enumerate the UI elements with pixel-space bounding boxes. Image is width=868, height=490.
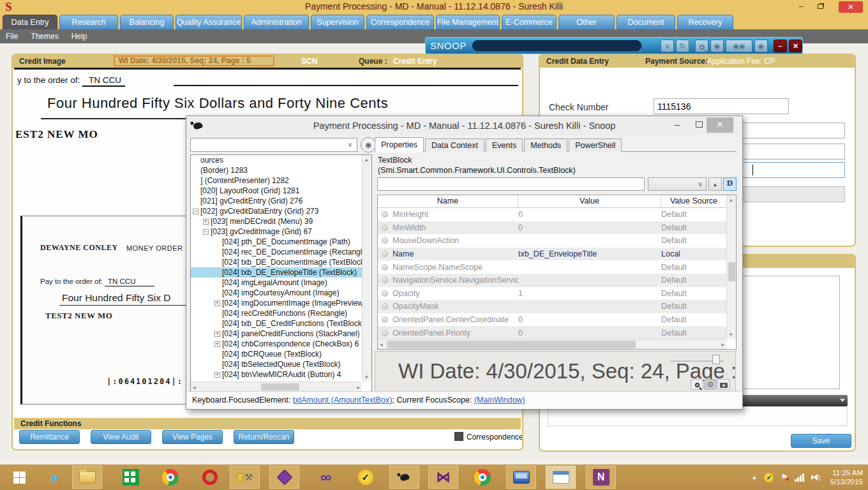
correspondence-checkbox[interactable] — [454, 432, 463, 441]
refresh-icon[interactable]: ↻ — [676, 40, 689, 52]
preview-camera-icon[interactable] — [717, 379, 730, 390]
binoculars-icon[interactable]: ◉◉ — [726, 40, 752, 52]
tab-events[interactable]: Events — [486, 138, 523, 152]
taskbar-norton[interactable]: ✓ — [350, 466, 380, 489]
expand-icon[interactable]: + — [214, 372, 220, 378]
tab-correspondence[interactable]: Correspondence — [366, 15, 434, 29]
collapse-icon[interactable]: − — [193, 209, 198, 214]
scroll-down-icon[interactable]: ▾ — [730, 331, 733, 338]
tree-node[interactable]: [024] tbSelectedQueue (TextBlock) — [191, 359, 362, 369]
tree-node[interactable]: −[023] gvCreditImage (Grid) 67 — [191, 226, 362, 237]
taskbar-opera[interactable] — [195, 466, 225, 489]
scrollbar-thumb[interactable] — [387, 341, 636, 348]
tree-node[interactable]: +[023] menDECredit (Menu) 39 — [191, 216, 362, 226]
action-center-flag-icon[interactable]: ⚑ — [781, 473, 788, 482]
tab-methods[interactable]: Methods — [524, 138, 567, 152]
column-name[interactable]: Name — [378, 195, 518, 207]
taskbar-clock[interactable]: 11:25 AM 5/13/2015 — [830, 468, 863, 486]
tab-administration[interactable]: Administration — [244, 15, 309, 29]
tree-node-selected[interactable]: [024] txb_DE_EnvelopeTitle (TextBlock) — [191, 267, 362, 278]
crosshair2-icon[interactable]: ◉ — [754, 40, 768, 52]
network-icon[interactable] — [795, 473, 804, 482]
taskbar-windows-store[interactable] — [116, 466, 146, 489]
check-number-input[interactable] — [654, 98, 789, 114]
snoop-window-titlebar[interactable]: Payment Processing - MD - Manual - 11.12… — [186, 116, 742, 135]
tree-node[interactable]: [021] gvCreditEntry (Grid) 276 — [191, 196, 362, 206]
tree-vertical-scrollbar[interactable]: ▴ ▾ — [362, 155, 371, 382]
snoop-minimize-icon[interactable]: – — [774, 40, 787, 52]
chevron-down-icon[interactable]: ∨ — [348, 141, 352, 148]
preview-power-icon[interactable]: ⊙ — [704, 379, 717, 390]
property-row[interactable]: MinHeight0Default — [378, 208, 726, 221]
snoop-app-chooser[interactable] — [472, 40, 641, 51]
tree-node[interactable]: [024] imgLegalAmount (Image) — [191, 278, 362, 288]
property-row[interactable]: NavigationService.NavigationServicDefaul… — [378, 274, 726, 287]
tree-node[interactable]: [024] pth_DE_DocumentImage (Path) — [191, 237, 362, 247]
focused-element-link[interactable]: txtAmount (AmountTextBox) — [293, 396, 393, 405]
taskbar-snoop[interactable] — [389, 466, 419, 489]
tab-balancing[interactable]: Balancing — [120, 15, 174, 29]
taskbar-sql-tools[interactable]: ⚒ — [230, 466, 260, 489]
scrollbar-thumb[interactable] — [728, 262, 735, 281]
minimize-icon[interactable]: – — [670, 119, 685, 131]
tab-quality-assurance[interactable]: Quality Assurance — [176, 15, 242, 29]
taskbar-collaboration-app[interactable] — [269, 466, 299, 489]
restore-icon[interactable] — [812, 1, 828, 13]
tree-node[interactable]: +[024] panelCreditFunctions (StackPanel)… — [191, 329, 362, 339]
tree-node[interactable]: [024] rec_DE_DocumentImage (Rectangle) — [191, 247, 362, 257]
property-row[interactable]: OrientedPanel.CenterCoordinate0Default — [378, 313, 726, 327]
tree-node[interactable]: [020] LayoutRoot (Grid) 1281 — [191, 186, 362, 196]
volume-icon[interactable]: ) — [811, 474, 820, 481]
tree-node[interactable]: [024] recCreditFunctions (Rectangle) — [191, 308, 362, 318]
tree-node[interactable]: −[022] gvCreditDataEntry (Grid) 273 — [191, 206, 362, 216]
column-value-source[interactable]: Value Source — [661, 195, 726, 207]
tree-node[interactable]: +[024] imgDocumentImage (ImagePreview) — [191, 298, 362, 308]
scrollbar-thumb[interactable] — [261, 383, 299, 390]
tab-powershell[interactable]: PowerShell — [569, 138, 622, 152]
return-rescan-button[interactable]: Return/Rescan — [234, 430, 294, 444]
close-icon[interactable]: ✕ — [707, 117, 733, 133]
expand-icon[interactable]: + — [214, 341, 220, 347]
taskbar-onenote[interactable]: N — [586, 466, 616, 489]
up-level-icon[interactable]: ▴ — [708, 177, 722, 191]
tree-node[interactable]: ources — [191, 155, 362, 165]
taskbar-active-window[interactable] — [546, 466, 576, 489]
property-row[interactable]: OpacityMaskDefault — [378, 300, 726, 313]
menu-help[interactable]: Help — [71, 32, 87, 41]
tab-properties[interactable]: Properties — [375, 137, 424, 152]
filter-preset-dropdown[interactable]: ∨ — [648, 177, 707, 191]
tree-node[interactable]: +[024] chbCorrespondence (CheckBox) 6 — [191, 339, 362, 349]
tab-research[interactable]: Research — [59, 15, 118, 29]
preview-zoom-thumb[interactable] — [712, 355, 720, 364]
save-button[interactable]: Save — [791, 434, 851, 448]
preview-magnifier-icon[interactable] — [691, 379, 703, 390]
scroll-right-icon[interactable]: ▸ — [357, 384, 360, 390]
taskbar-visual-studio-2010[interactable]: ∞ — [311, 466, 341, 489]
properties-filter-input[interactable] — [377, 177, 645, 191]
chevron-down-icon[interactable]: ∨ — [661, 40, 674, 52]
tab-document[interactable]: Document — [617, 15, 675, 29]
show-hidden-icons[interactable]: ▲ — [751, 474, 757, 480]
tree-node[interactable]: (Border) 1283 — [191, 165, 362, 175]
restore-icon[interactable] — [696, 121, 703, 128]
scroll-down-icon[interactable]: ▾ — [365, 374, 368, 380]
property-row[interactable]: NameScope.NameScopeDefault — [378, 260, 726, 274]
taskbar-chrome-2[interactable] — [467, 466, 497, 489]
tree-node[interactable]: [024] txb_DE_DocumentImage (TextBlock) — [191, 257, 362, 267]
check-image-bottom[interactable]: DEWAYNE CONLEY MONEY ORDER Pay to the or… — [20, 216, 193, 405]
expand-icon[interactable]: + — [214, 331, 220, 337]
taskbar-visual-studio[interactable]: ⋈ — [428, 466, 458, 489]
scroll-up-icon[interactable]: ▴ — [730, 197, 733, 203]
property-row[interactable]: Opacity1Default — [378, 287, 726, 301]
tree-node[interactable]: +[024] btnViewMICRAudit (Button) 4 — [191, 369, 362, 380]
tree-node[interactable]: [024] tbCRQueue (TextBlock) — [191, 349, 362, 359]
tab-recovery[interactable]: Recovery — [677, 15, 733, 29]
taskbar-internet-explorer[interactable]: e — [40, 466, 70, 489]
scroll-left-icon[interactable]: ◂ — [380, 341, 383, 348]
tree-node[interactable]: [024] txb_DE_CreditFunctions (TextBlock) — [191, 318, 362, 329]
property-row-name[interactable]: Nametxb_DE_EnvelopeTitleLocal — [378, 248, 726, 261]
tree-node[interactable]: [024] imgCourtesyAmount (Image) — [191, 288, 362, 298]
focus-scope-link[interactable]: (MainWindow) — [474, 396, 525, 405]
tab-e-commerce[interactable]: E-Commerce — [502, 15, 557, 29]
tab-data-context[interactable]: Data Context — [425, 138, 484, 152]
